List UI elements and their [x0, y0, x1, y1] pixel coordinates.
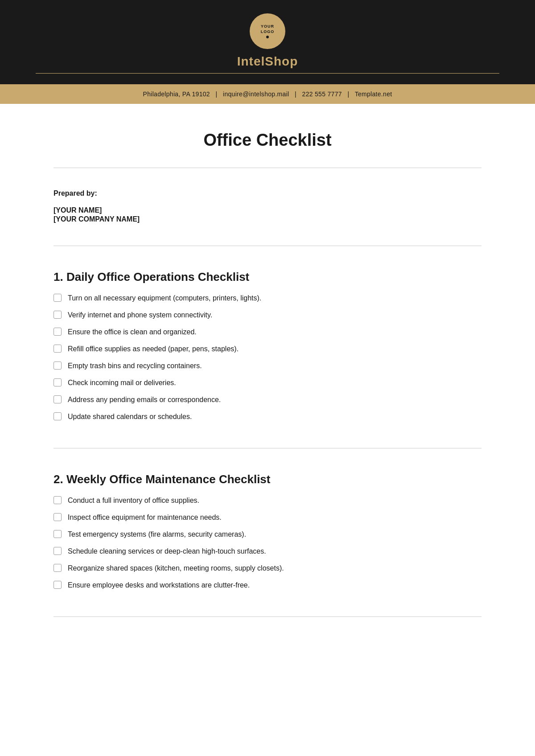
divider-section-1	[54, 616, 482, 617]
checklist-item: Check incoming mail or deliveries.	[54, 378, 482, 388]
checkbox[interactable]	[54, 581, 62, 589]
checkbox[interactable]	[54, 294, 62, 302]
info-website: Template.net	[355, 90, 392, 98]
checklist-item: Update shared calendars or schedules.	[54, 411, 482, 422]
checkbox[interactable]	[54, 362, 62, 370]
checkbox[interactable]	[54, 564, 62, 572]
prepared-by-company: [YOUR COMPANY NAME]	[54, 215, 482, 223]
checklist-item-text: Turn on all necessary equipment (compute…	[68, 293, 261, 304]
checklist-item: Ensure the office is clean and organized…	[54, 327, 482, 337]
checklist-item-text: Verify internet and phone system connect…	[68, 310, 212, 320]
sep1: |	[216, 90, 218, 98]
prepared-by-block: Prepared by: [YOUR NAME] [YOUR COMPANY N…	[54, 181, 482, 232]
checklist-item-text: Test emergency systems (fire alarms, sec…	[68, 529, 246, 540]
info-email: inquire@intelshop.mail	[223, 90, 289, 98]
checklist-item-text: Schedule cleaning services or deep-clean…	[68, 546, 266, 557]
header-line-left	[36, 73, 268, 74]
checklist-item: Empty trash bins and recycling container…	[54, 361, 482, 371]
checklist-item-text: Ensure the office is clean and organized…	[68, 327, 197, 337]
page-title: Office Checklist	[54, 131, 482, 150]
logo-circle: YOURLOGO	[250, 13, 285, 49]
checklist-item: Refill office supplies as needed (paper,…	[54, 344, 482, 354]
checkbox[interactable]	[54, 513, 62, 521]
info-address: Philadelphia, PA 19102	[143, 90, 210, 98]
checklist-item-text: Conduct a full inventory of office suppl…	[68, 495, 199, 506]
checkbox[interactable]	[54, 378, 62, 386]
checklist-item: Reorganize shared spaces (kitchen, meeti…	[54, 563, 482, 574]
checklist-1: Conduct a full inventory of office suppl…	[54, 495, 482, 591]
header-divider	[0, 73, 535, 74]
checkbox[interactable]	[54, 530, 62, 538]
main-content: Office Checklist Prepared by: [YOUR NAME…	[0, 104, 535, 657]
brand-name: IntelShop	[237, 54, 298, 69]
info-bar: Philadelphia, PA 19102 | inquire@intelsh…	[0, 84, 535, 104]
checkbox[interactable]	[54, 412, 62, 420]
checkbox[interactable]	[54, 547, 62, 555]
checklist-item-text: Check incoming mail or deliveries.	[68, 378, 176, 388]
checkbox[interactable]	[54, 328, 62, 336]
checklist-item-text: Inspect office equipment for maintenance…	[68, 512, 222, 523]
checklist-item: Ensure employee desks and workstations a…	[54, 580, 482, 591]
checklist-item-text: Ensure employee desks and workstations a…	[68, 580, 250, 591]
site-header: YOURLOGO IntelShop	[0, 0, 535, 84]
checklist-item: Turn on all necessary equipment (compute…	[54, 293, 482, 304]
checklist-0: Turn on all necessary equipment (compute…	[54, 293, 482, 422]
checklist-item: Inspect office equipment for maintenance…	[54, 512, 482, 523]
checklist-item-text: Reorganize shared spaces (kitchen, meeti…	[68, 563, 284, 574]
logo-text: YOURLOGO	[261, 24, 275, 34]
checklist-item: Address any pending emails or correspond…	[54, 394, 482, 405]
checklist-item-text: Address any pending emails or correspond…	[68, 394, 221, 405]
checkbox[interactable]	[54, 345, 62, 353]
info-phone: 222 555 7777	[302, 90, 342, 98]
section-block-1: 2. Weekly Office Maintenance ChecklistCo…	[54, 462, 482, 603]
logo-dot	[266, 36, 269, 38]
checkbox[interactable]	[54, 311, 62, 319]
checklist-item: Test emergency systems (fire alarms, sec…	[54, 529, 482, 540]
checklist-item-text: Update shared calendars or schedules.	[68, 411, 192, 422]
sep2: |	[295, 90, 296, 98]
checkbox[interactable]	[54, 496, 62, 504]
divider-top	[54, 168, 482, 168]
prepared-by-label: Prepared by:	[54, 189, 482, 197]
sections-container: 1. Daily Office Operations ChecklistTurn…	[54, 259, 482, 617]
header-line-right	[268, 73, 499, 74]
checkbox[interactable]	[54, 395, 62, 403]
prepared-by-name: [YOUR NAME]	[54, 206, 482, 214]
section-heading-1: 2. Weekly Office Maintenance Checklist	[54, 472, 482, 486]
section-heading-0: 1. Daily Office Operations Checklist	[54, 270, 482, 284]
sep3: |	[347, 90, 349, 98]
checklist-item: Schedule cleaning services or deep-clean…	[54, 546, 482, 557]
checklist-item-text: Empty trash bins and recycling container…	[68, 361, 202, 371]
checklist-item: Verify internet and phone system connect…	[54, 310, 482, 320]
divider-section-0	[54, 448, 482, 448]
divider-prepared-by	[54, 246, 482, 246]
checklist-item: Conduct a full inventory of office suppl…	[54, 495, 482, 506]
checklist-item-text: Refill office supplies as needed (paper,…	[68, 344, 239, 354]
section-block-0: 1. Daily Office Operations ChecklistTurn…	[54, 259, 482, 435]
